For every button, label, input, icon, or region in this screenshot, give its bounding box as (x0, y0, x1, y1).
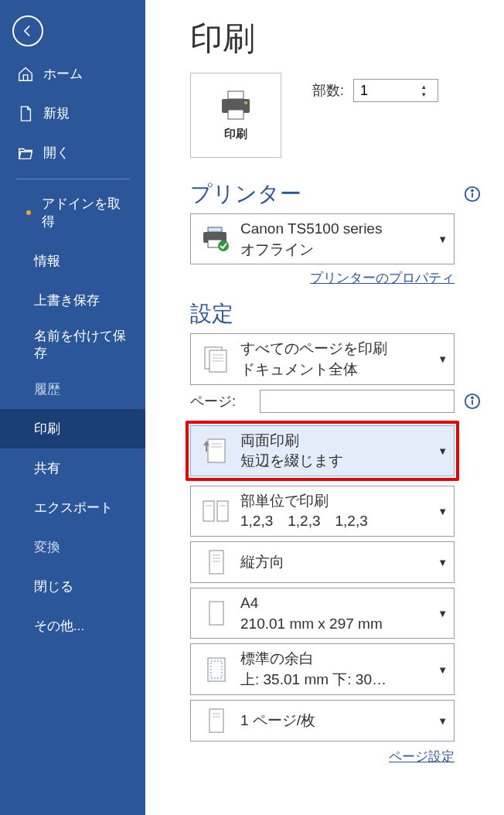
line1: 縦方向 (240, 552, 446, 572)
line1: すべてのページを印刷 (240, 339, 446, 359)
nav-label: 情報 (34, 252, 60, 270)
page-setup-link[interactable]: ページ設定 (389, 749, 455, 764)
printer-name: Canon TS5100 series (240, 219, 446, 239)
settings-section-title: 設定 (190, 299, 233, 329)
line2: 210.01 mm x 297 mm (240, 614, 446, 634)
nav-label: 共有 (34, 459, 60, 477)
copies-input[interactable] (354, 83, 416, 99)
copies-spinbox[interactable]: ▴ ▾ (353, 79, 438, 102)
sidebar-item-info[interactable]: 情報 (0, 241, 145, 281)
document-icon (17, 105, 34, 122)
sidebar-item-addins[interactable]: アドインを取得 (0, 184, 145, 241)
sidebar-divider (15, 179, 130, 179)
printer-section-title: プリンター (190, 179, 301, 209)
chevron-down-icon: ▼ (438, 445, 448, 456)
svg-rect-31 (208, 658, 225, 681)
chevron-down-icon: ▼ (438, 557, 448, 568)
pages-per-sheet-selector[interactable]: 1 ページ/枚 ▼ (190, 700, 455, 742)
chevron-down-icon: ▼ (438, 714, 448, 726)
chevron-down-icon: ▼ (438, 608, 448, 619)
copies-label: 部数: (312, 81, 344, 100)
svg-point-3 (244, 101, 247, 104)
printer-selector[interactable]: Canon TS5100 series オフライン ▼ (190, 213, 455, 264)
info-icon[interactable] (464, 393, 481, 410)
nav-label: エクスポート (34, 499, 113, 517)
line2: 短辺を綴じます (240, 451, 446, 471)
sidebar-item-new[interactable]: 新規 (0, 94, 145, 133)
svg-rect-30 (209, 602, 223, 625)
line2: ドキュメント全体 (240, 360, 446, 380)
line1: 両面印刷 (240, 431, 446, 451)
svg-rect-19 (208, 439, 225, 462)
svg-rect-2 (228, 110, 243, 119)
margin-icon (199, 654, 233, 685)
svg-point-6 (472, 190, 473, 192)
svg-point-10 (218, 240, 229, 251)
sidebar-item-print[interactable]: 印刷 (0, 409, 145, 448)
sidebar-item-export[interactable]: エクスポート (0, 488, 145, 527)
line1: 標準の余白 (240, 649, 446, 669)
nav-label: 閉じる (34, 578, 73, 595)
sidebar-item-home[interactable]: ホーム (0, 54, 145, 94)
spin-down-icon[interactable]: ▾ (416, 90, 431, 98)
backstage-sidebar: ホーム 新規 開く アドインを取得 情報 上書き保存 名前を付けて保存 履歴 印… (0, 0, 145, 815)
chevron-down-icon: ▼ (438, 234, 448, 245)
page-title: 印刷 (190, 17, 481, 60)
line1: 部単位で印刷 (240, 491, 446, 511)
paper-icon (199, 598, 233, 629)
svg-rect-1 (228, 91, 243, 99)
sidebar-item-transform[interactable]: 変換 (0, 527, 145, 567)
collate-selector[interactable]: 部単位で印刷 1,2,3 1,2,3 1,2,3 ▼ (190, 486, 455, 537)
info-icon[interactable] (464, 186, 481, 203)
line1: 1 ページ/枚 (240, 711, 446, 731)
pages-all-icon (199, 343, 233, 374)
margin-selector[interactable]: 標準の余白 上: 35.01 mm 下: 30… ▼ (190, 643, 455, 694)
paper-size-selector[interactable]: A4 210.01 mm x 297 mm ▼ (190, 588, 455, 639)
new-dot-icon (26, 210, 31, 215)
one-page-icon (199, 705, 233, 736)
sidebar-item-open[interactable]: 開く (0, 133, 145, 172)
chevron-down-icon: ▼ (438, 505, 448, 517)
nav-label: その他... (34, 617, 84, 635)
chevron-down-icon: ▼ (438, 663, 448, 675)
nav-label: ホーム (43, 65, 83, 83)
line1: A4 (240, 593, 446, 613)
duplex-selector[interactable]: 両面印刷 短辺を綴じます ▼ (190, 425, 455, 476)
sidebar-item-close[interactable]: 閉じる (0, 567, 145, 606)
nav-label: 名前を付けて保存 (34, 328, 130, 362)
line2: 上: 35.01 mm 下: 30… (240, 670, 446, 690)
print-panel: 印刷 印刷 部数: ▴ ▾ プリンター (145, 0, 504, 815)
svg-point-18 (472, 397, 473, 398)
portrait-icon (199, 547, 233, 578)
sidebar-item-history[interactable]: 履歴 (0, 370, 145, 409)
sidebar-item-saveas[interactable]: 名前を付けて保存 (0, 320, 145, 370)
svg-rect-22 (203, 501, 214, 521)
sidebar-item-share[interactable]: 共有 (0, 448, 145, 488)
printer-icon (217, 90, 254, 121)
print-button-label: 印刷 (224, 127, 247, 142)
collate-icon (199, 496, 233, 527)
home-icon (17, 66, 34, 83)
nav-label: 印刷 (34, 420, 60, 438)
spin-up-icon[interactable]: ▴ (416, 83, 431, 90)
back-button[interactable] (12, 15, 43, 46)
sidebar-item-save[interactable]: 上書き保存 (0, 281, 145, 320)
svg-rect-26 (209, 551, 223, 574)
line2: 1,2,3 1,2,3 1,2,3 (240, 511, 446, 531)
scope-selector[interactable]: すべてのページを印刷 ドキュメント全体 ▼ (190, 333, 455, 384)
orientation-selector[interactable]: 縦方向 ▼ (190, 541, 455, 583)
arrow-left-icon (20, 23, 36, 39)
pages-input[interactable] (260, 390, 455, 413)
svg-rect-23 (217, 501, 228, 521)
nav-label: 新規 (43, 104, 70, 122)
printer-properties-link[interactable]: プリンターのプロパティ (310, 271, 455, 285)
printer-status-icon (199, 223, 233, 254)
svg-rect-33 (209, 709, 223, 732)
nav-label: 上書き保存 (34, 292, 100, 309)
print-button[interactable]: 印刷 (190, 73, 281, 158)
printer-status: オフライン (240, 240, 446, 260)
svg-rect-8 (208, 227, 222, 232)
nav-label: 変換 (34, 538, 60, 556)
sidebar-item-others[interactable]: その他... (0, 606, 145, 646)
nav-label: 開く (43, 144, 70, 162)
